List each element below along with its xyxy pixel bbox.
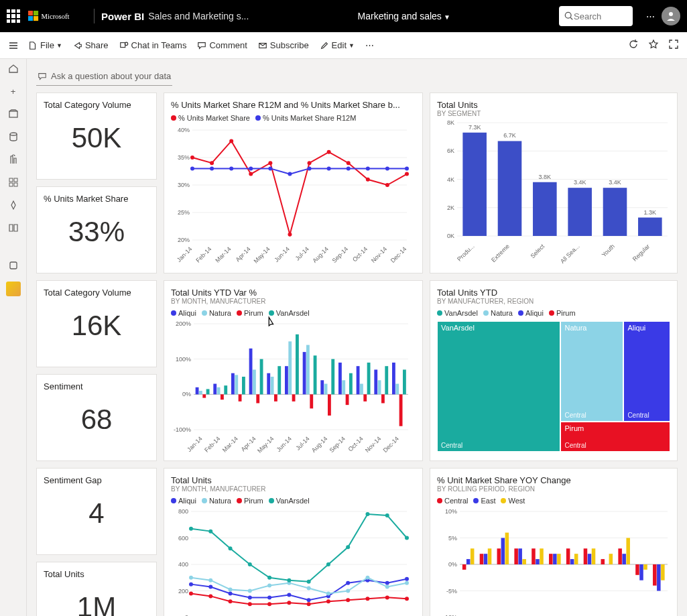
svg-text:Jan-14: Jan-14 — [176, 245, 194, 263]
subscribe-button[interactable]: Subscribe — [258, 40, 309, 50]
action-toolbar: File ▼ Share Chat in Teams Comment Subsc… — [0, 32, 687, 59]
svg-text:Jan-14: Jan-14 — [186, 435, 204, 453]
sidebar-deploy-icon[interactable] — [7, 198, 20, 212]
svg-text:All Sea...: All Sea... — [559, 243, 581, 265]
svg-rect-136 — [320, 380, 324, 394]
svg-rect-15 — [9, 183, 13, 186]
svg-rect-254 — [514, 548, 518, 564]
sidebar-metrics-icon[interactable] — [7, 153, 20, 166]
edit-button[interactable]: Edit ▼ — [320, 40, 355, 50]
tile-total-units[interactable]: Total Units 1M — [36, 562, 157, 616]
svg-rect-104 — [206, 389, 210, 394]
svg-rect-2 — [28, 16, 33, 21]
svg-rect-129 — [296, 334, 299, 395]
svg-rect-246 — [480, 554, 484, 564]
svg-rect-268 — [574, 554, 578, 564]
svg-rect-287 — [657, 564, 661, 591]
svg-rect-157 — [395, 384, 399, 395]
user-avatar[interactable] — [662, 7, 680, 25]
more-options-icon[interactable]: ⋯ — [646, 11, 655, 21]
fullscreen-icon[interactable] — [668, 39, 679, 52]
svg-point-188 — [287, 593, 291, 597]
sidebar-workspaces-icon[interactable] — [7, 259, 20, 272]
favorite-icon[interactable] — [648, 39, 659, 52]
tile-treemap[interactable]: Total Units YTD BY MANUFACTURER, REGION … — [430, 280, 678, 461]
refresh-icon[interactable] — [628, 39, 639, 52]
global-header: Microsoft Power BI Sales and Marketing s… — [0, 0, 687, 32]
svg-rect-103 — [202, 394, 206, 397]
tile-total-category-volume-16k[interactable]: Total Category Volume 16K — [36, 280, 157, 367]
tile-yoy-change[interactable]: % Unit Market Share YOY Change BY ROLLIN… — [430, 468, 678, 616]
svg-point-7 — [669, 12, 673, 16]
workspace-name[interactable]: Sales and Marketing s... — [148, 11, 249, 21]
svg-rect-83 — [568, 188, 592, 236]
svg-point-227 — [346, 545, 350, 549]
svg-rect-123 — [274, 394, 277, 402]
tile-market-share-line[interactable]: % Units Market Share R12M and % Units Ma… — [164, 93, 423, 273]
dashboard-title-dropdown[interactable]: Marketing and sales▼ — [249, 11, 559, 21]
svg-text:Apr-14: Apr-14 — [240, 435, 257, 452]
sidebar-browse-icon[interactable] — [7, 107, 20, 121]
tile-total-units-segment[interactable]: Total Units BY SEGMENT 0K2K4K6K8K7.3KPro… — [430, 93, 678, 273]
svg-rect-147 — [360, 384, 363, 395]
tile-sentiment[interactable]: Sentiment 68 — [36, 374, 157, 461]
global-search[interactable] — [559, 6, 633, 26]
svg-point-5 — [565, 12, 571, 18]
svg-rect-154 — [385, 366, 388, 394]
svg-point-44 — [268, 161, 272, 165]
svg-point-230 — [405, 536, 409, 540]
svg-rect-272 — [592, 548, 596, 564]
search-input[interactable] — [574, 11, 621, 21]
file-menu[interactable]: File ▼ — [28, 40, 62, 50]
chat-teams-button[interactable]: Chat in Teams — [119, 40, 187, 50]
tile-total-category-volume-50k[interactable]: Total Category Volume 50K — [36, 93, 157, 180]
qna-placeholder: Ask a question about your data — [51, 71, 171, 81]
svg-point-214 — [326, 599, 330, 603]
qna-input[interactable]: Ask a question about your data — [36, 68, 172, 86]
svg-rect-153 — [381, 394, 385, 403]
svg-rect-114 — [242, 377, 245, 394]
svg-point-203 — [346, 589, 350, 593]
svg-text:Oct-14: Oct-14 — [347, 435, 365, 452]
svg-text:200%: 200% — [176, 321, 191, 327]
comment-button[interactable]: Comment — [197, 40, 247, 50]
tile-total-units-line[interactable]: Total Units BY MONTH, MANUFACTURER Aliqu… — [164, 468, 423, 616]
svg-rect-138 — [328, 394, 331, 416]
sidebar-home-icon[interactable] — [7, 62, 20, 75]
svg-rect-158 — [399, 394, 403, 426]
share-button[interactable]: Share — [73, 40, 109, 50]
tile-ytd-var[interactable]: Total Units YTD Var % BY MONTH, MANUFACT… — [164, 280, 423, 461]
svg-point-197 — [229, 588, 233, 592]
svg-text:400: 400 — [178, 561, 188, 568]
svg-rect-17 — [10, 262, 17, 269]
svg-rect-121 — [267, 373, 270, 395]
svg-rect-116 — [249, 349, 253, 394]
nav-toggle-icon[interactable] — [8, 40, 21, 51]
chart-subtitle: BY MONTH, MANUFACTURER — [171, 485, 416, 493]
product-name: Power BI — [101, 11, 144, 22]
svg-rect-251 — [501, 538, 505, 565]
svg-point-62 — [385, 166, 389, 170]
svg-rect-107 — [217, 387, 221, 395]
app-launcher-icon[interactable] — [7, 9, 20, 23]
svg-text:May-14: May-14 — [256, 435, 275, 454]
svg-rect-101 — [196, 387, 199, 395]
sidebar-learn-icon[interactable] — [7, 221, 20, 235]
tile-sentiment-gap[interactable]: Sentiment Gap 4 — [36, 468, 157, 555]
tile-market-share[interactable]: % Units Market Share 33% — [36, 186, 157, 273]
toolbar-more-icon[interactable]: ⋯ — [365, 40, 374, 50]
svg-rect-267 — [570, 559, 574, 564]
sidebar-apps-icon[interactable] — [7, 176, 20, 189]
nav-sidebar: + — [0, 59, 27, 616]
svg-point-210 — [248, 602, 252, 606]
sidebar-workspace-icon[interactable] — [6, 282, 21, 296]
svg-text:Dec-14: Dec-14 — [381, 435, 400, 454]
svg-point-207 — [189, 591, 193, 595]
sidebar-create-icon[interactable]: + — [7, 84, 20, 98]
svg-rect-117 — [253, 369, 256, 394]
svg-point-56 — [268, 166, 272, 170]
chart-legend: CentralEastWest — [437, 497, 670, 505]
kpi-value: 1M — [44, 579, 149, 616]
svg-text:25%: 25% — [178, 209, 190, 216]
sidebar-data-icon[interactable] — [7, 130, 20, 143]
